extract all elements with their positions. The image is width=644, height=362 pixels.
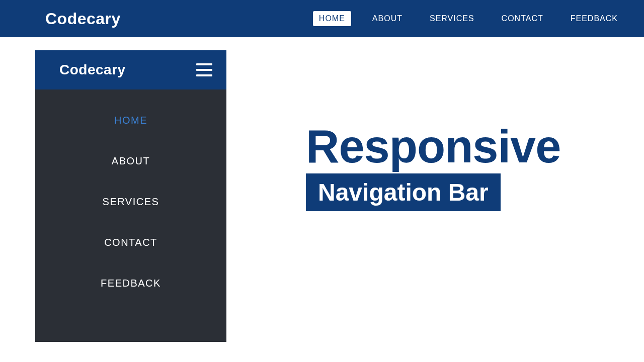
nav-link-feedback[interactable]: FEEDBACK <box>565 11 624 26</box>
hero-title-line2-bg: Navigation Bar <box>306 173 501 211</box>
hero-text: Responsive Navigation Bar <box>306 123 560 211</box>
mobile-link-services[interactable]: SERVICES <box>103 196 159 208</box>
nav-links: HOME ABOUT SERVICES CONTACT FEEDBACK <box>313 11 624 26</box>
hero-title-line1: Responsive <box>306 123 560 169</box>
nav-link-contact[interactable]: CONTACT <box>496 11 549 26</box>
mobile-menu: HOME ABOUT SERVICES CONTACT FEEDBACK <box>35 89 226 342</box>
nav-link-services[interactable]: SERVICES <box>424 11 480 26</box>
mobile-link-about[interactable]: ABOUT <box>112 155 150 167</box>
mobile-brand-logo[interactable]: Codecary <box>59 62 126 78</box>
brand-logo[interactable]: Codecary <box>45 10 121 28</box>
hamburger-icon[interactable] <box>196 63 212 76</box>
hero-title-line2: Navigation Bar <box>318 179 489 206</box>
mobile-link-contact[interactable]: CONTACT <box>104 237 157 248</box>
mobile-preview: Codecary HOME ABOUT SERVICES CONTACT FEE… <box>35 50 226 342</box>
nav-link-home[interactable]: HOME <box>313 11 351 26</box>
nav-link-about[interactable]: ABOUT <box>366 11 409 26</box>
mobile-header: Codecary <box>35 50 226 89</box>
mobile-link-feedback[interactable]: FEEDBACK <box>101 278 161 289</box>
mobile-link-home[interactable]: HOME <box>114 115 147 126</box>
desktop-navbar: Codecary HOME ABOUT SERVICES CONTACT FEE… <box>0 0 644 37</box>
